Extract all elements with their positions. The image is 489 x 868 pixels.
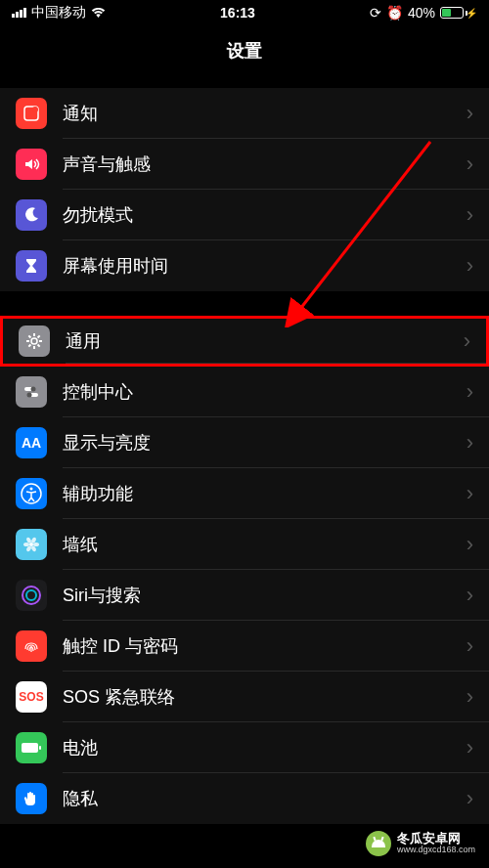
alarm-icon: ⏰ (386, 5, 403, 21)
row-label: 通知 (63, 102, 467, 125)
orientation-lock-icon: ⟳ (370, 5, 381, 21)
wifi-icon (91, 8, 106, 19)
status-left: 中国移动 (12, 4, 106, 22)
settings-group: 通知›声音与触感›勿扰模式›屏幕使用时间› (0, 88, 489, 291)
status-right: ⟳ ⏰ 40% ⚡ (370, 5, 477, 21)
svg-point-3 (31, 338, 37, 344)
general-icon (19, 326, 50, 357)
row-label: 通用 (66, 329, 464, 353)
chevron-right-icon: › (467, 101, 473, 126)
settings-row-accessibility[interactable]: 辅助功能› (0, 468, 489, 519)
settings-row-display[interactable]: AA显示与亮度› (0, 417, 489, 468)
svg-rect-28 (22, 743, 38, 753)
row-label: 控制中心 (63, 380, 467, 404)
privacy-icon (16, 783, 47, 814)
settings-row-screentime[interactable]: 屏幕使用时间› (0, 240, 489, 291)
chevron-right-icon: › (467, 786, 473, 811)
svg-point-2 (32, 107, 38, 112)
settings-row-siri[interactable]: Siri与搜索› (0, 570, 489, 621)
status-bar: 中国移动 16:13 ⟳ ⏰ 40% ⚡ (0, 0, 489, 25)
settings-row-notifications[interactable]: 通知› (0, 88, 489, 139)
sounds-icon (16, 149, 47, 180)
row-label: 屏幕使用时间 (63, 254, 467, 278)
svg-line-11 (38, 335, 40, 337)
settings-group: 通用›控制中心›AA显示与亮度›辅助功能›墙纸›Siri与搜索›触控 ID 与密… (0, 316, 489, 824)
chevron-right-icon: › (467, 152, 473, 177)
row-label: 电池 (63, 736, 467, 760)
page-title: 设置 (0, 25, 489, 76)
row-label: 墙纸 (63, 533, 467, 556)
signal-icon (12, 8, 26, 18)
chevron-right-icon: › (467, 430, 473, 456)
chevron-right-icon: › (467, 583, 473, 608)
battery-icon (16, 732, 47, 763)
battery-icon: ⚡ (440, 7, 477, 19)
display-icon: AA (16, 427, 47, 458)
settings-row-touchid[interactable]: 触控 ID 与密码› (0, 621, 489, 672)
svg-line-5 (38, 345, 40, 347)
row-label: 辅助功能 (63, 482, 467, 505)
settings-row-sos[interactable]: SOSSOS 紧急联络› (0, 672, 489, 722)
settings-row-wallpaper[interactable]: 墙纸› (0, 519, 489, 570)
chevron-right-icon: › (467, 379, 473, 405)
sos-icon: SOS (16, 681, 47, 713)
chevron-right-icon: › (467, 532, 473, 557)
svg-rect-29 (39, 746, 41, 750)
settings-row-controlcenter[interactable]: 控制中心› (0, 367, 489, 417)
row-label: SOS 紧急联络 (63, 685, 467, 709)
svg-line-9 (28, 335, 30, 337)
watermark-name: 冬瓜安卓网 (397, 832, 475, 846)
chevron-right-icon: › (467, 633, 473, 659)
controlcenter-icon (16, 376, 47, 408)
svg-point-21 (23, 542, 29, 546)
chevron-right-icon: › (467, 684, 473, 710)
row-label: 声音与触感 (63, 152, 467, 176)
watermark-url: www.dgxcd168.com (397, 846, 475, 855)
chevron-right-icon: › (467, 253, 473, 279)
svg-point-13 (31, 387, 36, 392)
siri-icon (16, 580, 47, 611)
accessibility-icon (16, 478, 47, 509)
row-label: Siri与搜索 (63, 584, 467, 607)
chevron-right-icon: › (467, 202, 473, 228)
row-label: 隐私 (63, 787, 467, 810)
dnd-icon (16, 199, 47, 231)
svg-point-24 (29, 542, 33, 546)
screentime-icon (16, 250, 47, 282)
settings-row-dnd[interactable]: 勿扰模式› (0, 190, 489, 240)
touchid-icon (16, 630, 47, 662)
watermark: 冬瓜安卓网 www.dgxcd168.com (360, 827, 481, 860)
chevron-right-icon: › (467, 735, 473, 760)
notifications-icon (16, 98, 47, 129)
carrier-label: 中国移动 (31, 4, 86, 22)
settings-row-general[interactable]: 通用› (0, 316, 489, 367)
row-label: 触控 ID 与密码 (63, 634, 467, 658)
svg-point-17 (30, 488, 33, 491)
svg-line-7 (28, 345, 30, 347)
svg-point-15 (27, 393, 32, 398)
wallpaper-icon (16, 529, 47, 560)
settings-row-battery[interactable]: 电池› (0, 722, 489, 773)
svg-point-18 (33, 542, 39, 546)
settings-row-privacy[interactable]: 隐私› (0, 773, 489, 824)
row-label: 显示与亮度 (63, 431, 467, 455)
watermark-logo-icon (366, 831, 391, 856)
battery-pct: 40% (408, 5, 435, 21)
row-label: 勿扰模式 (63, 203, 467, 227)
settings-row-sounds[interactable]: 声音与触感› (0, 139, 489, 190)
status-time: 16:13 (220, 5, 255, 21)
chevron-right-icon: › (464, 328, 470, 354)
chevron-right-icon: › (467, 481, 473, 506)
